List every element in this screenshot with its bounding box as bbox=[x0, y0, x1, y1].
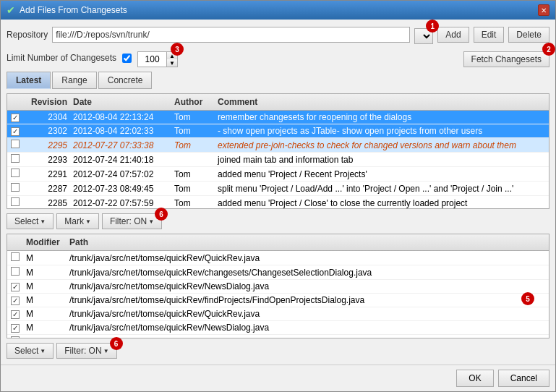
file-modifier: M bbox=[23, 321, 67, 334]
cancel-button[interactable]: Cancel bbox=[498, 370, 549, 387]
file-row[interactable]: M /trunk/java/src/net/tomse/quickRev/New… bbox=[7, 321, 549, 335]
table-row[interactable]: 2304 2012-08-04 22:13:24 Tom remember ch… bbox=[7, 111, 549, 124]
checkbox[interactable] bbox=[11, 183, 20, 192]
row-check[interactable] bbox=[7, 124, 23, 137]
row-check[interactable] bbox=[7, 111, 23, 124]
table-row[interactable]: 2287 2012-07-23 08:49:45 Tom split menu … bbox=[7, 182, 549, 196]
row-comment: added menu 'Project / Close' to close th… bbox=[215, 197, 549, 209]
header-author: Author bbox=[171, 95, 215, 108]
file-header-modifier: Modifier bbox=[23, 236, 67, 249]
checkbox[interactable] bbox=[11, 336, 20, 338]
file-row[interactable]: M /trunk/java/src/net/tomse/quickRev/Qui… bbox=[7, 307, 549, 321]
row-comment: joined main tab and information tab bbox=[215, 153, 549, 166]
row-author: Tom bbox=[171, 111, 215, 124]
file-check[interactable] bbox=[7, 280, 23, 293]
row-author: Tom bbox=[171, 139, 215, 152]
header-revision: Revision bbox=[23, 95, 70, 108]
tab-latest[interactable]: Latest bbox=[7, 72, 51, 89]
row-date: 2012-07-23 08:49:45 bbox=[70, 182, 171, 195]
badge2-wrap: 2 Fetch Changesets bbox=[463, 48, 549, 67]
limit-value[interactable] bbox=[138, 52, 167, 67]
checkbox[interactable] bbox=[11, 310, 20, 319]
checkbox[interactable] bbox=[11, 114, 20, 122]
row-check[interactable] bbox=[7, 182, 23, 195]
file-path: /trunk/java/src/net/tomse/quickRev/NewsD… bbox=[67, 280, 549, 293]
file-row[interactable]: M /trunk/java/src/net/tomse/quickRev/New… bbox=[7, 280, 549, 294]
filter-on-button[interactable]: Filter: ON ▼ bbox=[102, 213, 162, 229]
row-check[interactable] bbox=[7, 153, 23, 166]
revision-toolbar: Select ▼ Mark ▼ 6 Filter: ON ▼ bbox=[7, 213, 549, 229]
filter-label: Filter: ON bbox=[110, 216, 147, 226]
file-modifier: M bbox=[23, 266, 67, 279]
table-row[interactable]: 2291 2012-07-24 07:57:02 Tom added menu … bbox=[7, 167, 549, 182]
checkbox[interactable] bbox=[11, 324, 20, 333]
row-check[interactable] bbox=[7, 196, 23, 208]
row-comment: remember changesets for reopening of the… bbox=[215, 111, 549, 124]
edit-button[interactable]: Edit bbox=[474, 27, 505, 43]
checkbox[interactable] bbox=[11, 154, 20, 163]
mark-button[interactable]: Mark ▼ bbox=[56, 213, 99, 229]
select-button[interactable]: Select ▼ bbox=[7, 213, 54, 229]
row-revision: 2287 bbox=[23, 182, 70, 195]
file-path: /trunk/java/src/net/tomse/quickRev/chang… bbox=[67, 266, 549, 279]
checkbox[interactable] bbox=[11, 197, 20, 206]
table-row[interactable]: 2302 2012-08-04 22:02:33 Tom - show open… bbox=[7, 124, 549, 138]
table-row[interactable]: 2295 2012-07-27 07:33:38 Tom extended pr… bbox=[7, 138, 549, 153]
file-check[interactable] bbox=[7, 265, 23, 279]
badge-5: 5 bbox=[521, 294, 534, 305]
file-path: /trunk/java/src/net/tomse/quickRev/findP… bbox=[67, 294, 549, 307]
file-row[interactable]: M /trunk/java/src/net/tomse/quickRev/fin… bbox=[7, 335, 549, 338]
limit-checkbox[interactable] bbox=[122, 54, 132, 63]
select-badge-wrap: Select ▼ bbox=[7, 213, 54, 229]
tab-concrete[interactable]: Concrete bbox=[98, 72, 153, 89]
files-select-label: Select bbox=[14, 346, 38, 356]
checkbox[interactable] bbox=[11, 127, 20, 136]
row-comment: - show open projects as JTable- show ope… bbox=[215, 124, 549, 137]
checkbox[interactable] bbox=[11, 283, 20, 291]
header-date: Date bbox=[70, 95, 171, 108]
file-path: /trunk/java/src/net/tomse/quickRev/Quick… bbox=[67, 252, 549, 265]
add-button[interactable]: Add bbox=[437, 27, 469, 43]
row-comment: added menu 'Project / Recent Projects' bbox=[215, 168, 549, 181]
select-arrow-icon: ▼ bbox=[40, 218, 46, 225]
row-revision: 2295 bbox=[23, 139, 70, 152]
file-modifier: M bbox=[23, 280, 67, 293]
file-row[interactable]: M /trunk/java/src/net/tomse/quickRev/cha… bbox=[7, 265, 549, 280]
checkbox[interactable] bbox=[11, 140, 20, 148]
close-button[interactable]: ✕ bbox=[538, 4, 549, 16]
file-row[interactable]: M /trunk/java/src/net/tomse/quickRev/Qui… bbox=[7, 251, 549, 265]
files-select-arrow-icon: ▼ bbox=[40, 348, 46, 354]
delete-button[interactable]: Delete bbox=[508, 27, 549, 43]
files-filter-arrow-icon: ▼ bbox=[103, 348, 109, 354]
file-header-path: Path bbox=[67, 236, 539, 249]
file-check[interactable] bbox=[7, 294, 23, 307]
files-select-button[interactable]: Select ▼ bbox=[7, 343, 54, 359]
file-check[interactable] bbox=[7, 251, 23, 265]
tab-range[interactable]: Range bbox=[52, 72, 96, 89]
fetch-button[interactable]: Fetch Changesets bbox=[463, 51, 549, 67]
filter-arrow-icon: ▼ bbox=[148, 218, 154, 225]
checkbox[interactable] bbox=[11, 267, 20, 276]
table-row[interactable]: 2293 2012-07-24 21:40:18 joined main tab… bbox=[7, 153, 549, 167]
spinner-down[interactable]: ▼ bbox=[167, 59, 177, 67]
checkbox[interactable] bbox=[11, 169, 20, 177]
row-revision: 2293 bbox=[23, 153, 70, 166]
row-author: Tom bbox=[171, 197, 215, 209]
repository-input[interactable] bbox=[52, 27, 410, 43]
file-check[interactable] bbox=[7, 335, 23, 338]
row-revision: 2304 bbox=[23, 111, 70, 124]
ok-button[interactable]: OK bbox=[456, 370, 493, 387]
files-filter-button[interactable]: Filter: ON ▼ bbox=[56, 343, 116, 359]
table-row[interactable]: 2285 2012-07-22 07:57:59 Tom added menu … bbox=[7, 196, 549, 208]
file-check[interactable] bbox=[7, 307, 23, 320]
select-label: Select bbox=[14, 216, 38, 226]
row-author: Tom bbox=[171, 182, 215, 195]
limit-row: Limit Number of Changesets 3 ▲ ▼ 2 Fetch… bbox=[7, 48, 549, 67]
file-check[interactable] bbox=[7, 321, 23, 334]
row-check[interactable] bbox=[7, 138, 23, 152]
row-check[interactable] bbox=[7, 167, 23, 181]
checkbox[interactable] bbox=[11, 252, 20, 261]
row-revision: 2285 bbox=[23, 197, 70, 209]
checkbox[interactable] bbox=[11, 297, 20, 305]
file-row[interactable]: M /trunk/java/src/net/tomse/quickRev/fin… bbox=[7, 294, 549, 307]
